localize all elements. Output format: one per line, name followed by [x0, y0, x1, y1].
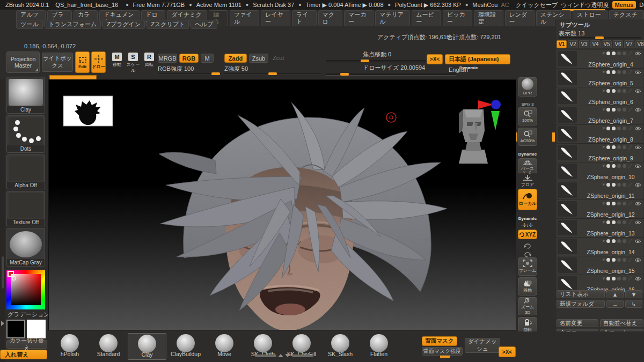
uv-icon[interactable] — [617, 70, 621, 74]
visibility-eye-icon[interactable] — [634, 202, 641, 206]
draw-button[interactable]: ドロー — [91, 51, 106, 73]
menu-item[interactable]: ムービー — [412, 10, 441, 26]
stroke-widget[interactable]: Dots — [6, 115, 45, 153]
pen-icon[interactable]: ／ — [628, 145, 633, 150]
menu-item[interactable]: ヘルプ — [191, 20, 217, 29]
alpha-widget[interactable]: Alpha Off — [6, 154, 45, 189]
menu-item[interactable]: レンダー — [505, 10, 535, 26]
z-intensity-slider[interactable] — [224, 73, 321, 75]
pen-icon[interactable]: ／ — [628, 257, 633, 262]
uv-icon[interactable] — [617, 258, 621, 262]
difference-icon[interactable] — [623, 51, 626, 55]
language-japanese-button[interactable]: 日本語 (Japanese) — [445, 54, 510, 64]
funnel-icon[interactable]: ▾ — [602, 107, 605, 112]
scale-mode-button[interactable]: S スケール — [126, 53, 141, 73]
difference-icon[interactable] — [623, 202, 626, 205]
menu-item[interactable]: ピッカー — [443, 10, 472, 26]
shelf-reset-button[interactable]: >X< — [427, 54, 443, 64]
subtool-item[interactable]: ▾ ／ ZSphere_origin_5 — [557, 69, 643, 87]
visibility-eye-icon[interactable] — [634, 277, 641, 281]
uv-icon[interactable] — [617, 127, 621, 130]
difference-icon[interactable] — [623, 239, 626, 243]
brush-slot[interactable]: SK_Slash — [321, 333, 360, 360]
polypaint-icon[interactable] — [606, 108, 610, 112]
uv-icon[interactable] — [617, 145, 621, 149]
rotate-mode-button[interactable]: R 回転 — [142, 53, 157, 68]
polypaint-icon[interactable] — [606, 70, 610, 74]
menu-item[interactable]: Zプラグイン — [103, 20, 145, 29]
polypaint-icon[interactable] — [606, 239, 610, 243]
difference-icon[interactable] — [623, 258, 626, 262]
visibility-eye-icon[interactable] — [634, 239, 641, 243]
menu-item[interactable]: マテリアル — [375, 10, 410, 26]
backface-mask-button[interactable]: 背面マスク — [422, 336, 457, 346]
subtool-item[interactable]: ▾ ／ ZSphere_origin_12 — [557, 200, 643, 219]
polypaint-icon[interactable] — [612, 70, 616, 74]
funnel-icon[interactable]: ▾ — [602, 220, 605, 225]
funnel-icon[interactable]: ▾ — [602, 182, 605, 187]
polypaint-icon[interactable] — [612, 258, 616, 262]
visibility-eye-icon[interactable] — [634, 108, 641, 112]
zadd-button[interactable]: Zadd — [224, 54, 247, 63]
perspective-button[interactable]: Dynamic パース — [517, 148, 538, 173]
subtool-tab[interactable]: V8 — [635, 40, 644, 48]
visibility-eye-icon[interactable] — [634, 51, 641, 56]
new-folder-button[interactable]: 新規フォルダ — [557, 300, 605, 308]
polypaint-icon[interactable] — [612, 89, 616, 93]
language-english-option[interactable]: English — [449, 67, 468, 73]
rgb-intensity-slider[interactable] — [158, 73, 221, 75]
pen-icon[interactable]: ／ — [628, 182, 633, 187]
polypaint-icon[interactable] — [606, 277, 610, 280]
visibility-eye-icon[interactable] — [634, 258, 641, 262]
pen-icon[interactable]: ／ — [628, 164, 633, 168]
switch-color-button[interactable]: カラー切り替え — [6, 340, 47, 349]
zcut-button[interactable]: Zcut — [273, 55, 284, 61]
polypaint-icon[interactable] — [606, 258, 610, 262]
move-3d-button[interactable]: 移動 — [517, 277, 538, 295]
m-button[interactable]: M — [201, 54, 214, 63]
polypaint-icon[interactable] — [612, 239, 616, 243]
projection-master-button[interactable]: Projection Master — [6, 51, 40, 73]
pen-icon[interactable]: ／ — [628, 126, 633, 131]
polypaint-icon[interactable] — [612, 145, 616, 149]
menu-item[interactable]: ファイル — [230, 10, 259, 26]
visibility-eye-icon[interactable] — [634, 70, 641, 75]
subtool-item[interactable]: ▾ ／ ZSphere_origin_14 — [557, 238, 643, 256]
subtool-item[interactable]: ▾ ／ ZSphere_origin_9 — [557, 144, 643, 162]
move-mode-button[interactable]: M 移動 — [109, 53, 125, 68]
subtool-item[interactable]: ▾ ／ ZSphere_origin_13 — [557, 219, 643, 238]
subtool-up-button[interactable]: ▲ — [606, 290, 624, 298]
tray-reset-button[interactable]: >X< — [499, 346, 516, 357]
visibility-eye-icon[interactable] — [634, 145, 641, 150]
subtool-item[interactable]: ▾ ／ ZSphere_origin_10 — [557, 162, 643, 181]
difference-icon[interactable] — [623, 277, 626, 280]
subtool-item[interactable]: ▾ ／ ZSphere_origin_8 — [557, 125, 643, 144]
menu-item[interactable]: トランスフォーム — [45, 20, 101, 29]
rgb-button[interactable]: RGB — [179, 54, 199, 63]
funnel-icon[interactable]: ▾ — [602, 164, 605, 168]
main-color-swatch[interactable] — [6, 320, 25, 338]
menu-item[interactable]: 環境設定 — [474, 10, 503, 26]
funnel-icon[interactable]: ▾ — [602, 201, 605, 206]
funnel-icon[interactable]: ▾ — [602, 257, 605, 262]
zoom-3d-button[interactable]: ズーム3D — [517, 297, 538, 315]
polypaint-icon[interactable] — [606, 51, 610, 55]
subtool-tab[interactable]: V3 — [579, 40, 589, 48]
funnel-icon[interactable]: ▾ — [602, 239, 605, 243]
menu-item[interactable]: マクロ — [318, 10, 343, 26]
pen-icon[interactable]: ／ — [628, 107, 633, 112]
xyz-button[interactable]: XYZ — [517, 230, 538, 239]
uv-icon[interactable] — [617, 277, 621, 280]
subtool-tab[interactable]: V1 — [557, 40, 567, 48]
aa-half-button[interactable]: AC50% — [517, 128, 538, 146]
current-brush-widget[interactable]: Clay — [6, 77, 45, 114]
subtool-down-button[interactable]: ▼ — [625, 290, 642, 298]
list-view-button[interactable]: リスト表示 — [557, 290, 605, 298]
floor-button[interactable]: Y Z フロア — [517, 171, 538, 188]
subtool-item[interactable]: ▾ ／ ZSphere_origin_7 — [557, 106, 643, 125]
subtool-tab[interactable]: V5 — [602, 40, 612, 48]
pen-icon[interactable]: ／ — [628, 239, 633, 243]
polypaint-icon[interactable] — [612, 183, 616, 187]
subtool-tab[interactable]: V7 — [624, 40, 634, 48]
secondary-color-swatch[interactable] — [27, 320, 46, 338]
